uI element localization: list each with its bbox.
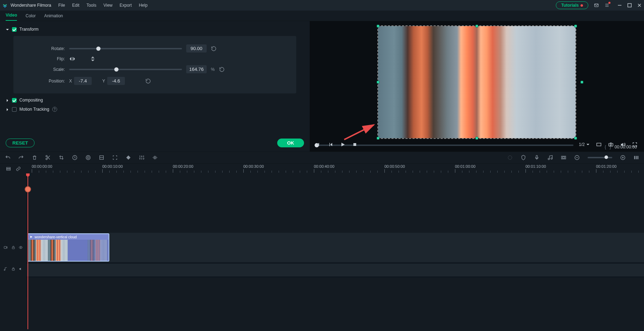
- settings-icon[interactable]: [139, 155, 145, 160]
- marker-dot-icon[interactable]: [25, 186, 31, 192]
- ratio-icon[interactable]: [561, 155, 566, 160]
- motion-tracking-label: Motion Tracking: [19, 107, 49, 112]
- zoom-slider[interactable]: [588, 157, 612, 158]
- menu-view[interactable]: View: [103, 3, 113, 8]
- ruler-time-label: 00:00:30:00: [243, 164, 264, 168]
- reset-rotate-icon[interactable]: [211, 46, 217, 51]
- motion-tracking-checkbox[interactable]: [12, 107, 17, 112]
- video-clip[interactable]: wondershare-vertical cloud: [28, 233, 109, 262]
- crop-icon[interactable]: [59, 155, 64, 160]
- split-icon[interactable]: [45, 155, 51, 160]
- zoom-fit-icon[interactable]: [633, 155, 639, 160]
- zoom-in-icon[interactable]: [620, 155, 626, 160]
- timeline-ruler[interactable]: 00:00:00:0000:00:10:0000:00:20:0000:00:3…: [27, 164, 644, 174]
- resize-handle-icon[interactable]: [574, 25, 577, 27]
- crop-zoom-icon[interactable]: [112, 155, 118, 160]
- resize-handle-icon[interactable]: [377, 25, 379, 27]
- reset-position-icon[interactable]: [145, 78, 151, 84]
- svg-rect-26: [4, 246, 6, 249]
- scale-value-input[interactable]: [186, 65, 207, 73]
- resize-handle-icon[interactable]: [377, 81, 379, 84]
- audio-mix-icon[interactable]: [152, 155, 158, 160]
- speed-icon[interactable]: [72, 155, 78, 160]
- svg-rect-1: [628, 4, 631, 7]
- svg-point-15: [548, 158, 549, 160]
- resize-handle-icon[interactable]: [475, 137, 478, 140]
- play-icon[interactable]: [340, 142, 346, 147]
- track-visible-icon[interactable]: [19, 245, 23, 250]
- preview-quality-dropdown[interactable]: 1/2: [579, 142, 590, 147]
- delete-icon[interactable]: [32, 155, 37, 160]
- minimize-icon[interactable]: [617, 3, 622, 8]
- snapshot-icon[interactable]: [608, 142, 614, 147]
- rotate-value-input[interactable]: [186, 44, 207, 53]
- reset-button[interactable]: RESET: [6, 139, 35, 147]
- menu-file[interactable]: File: [58, 3, 65, 8]
- compositing-section-header[interactable]: Compositing: [6, 96, 304, 105]
- pos-y-label: Y: [102, 79, 105, 84]
- music-icon[interactable]: [547, 155, 553, 160]
- preview-canvas[interactable]: [378, 26, 576, 138]
- compositing-checkbox[interactable]: [12, 98, 17, 103]
- menu-tools[interactable]: Tools: [86, 3, 96, 8]
- rotate-slider[interactable]: [69, 48, 182, 49]
- zoom-out-icon[interactable]: [574, 155, 580, 160]
- stop-icon[interactable]: [352, 142, 358, 147]
- fullscreen-icon[interactable]: [632, 142, 638, 147]
- resize-handle-icon[interactable]: [574, 137, 577, 140]
- tab-color[interactable]: Color: [25, 13, 36, 21]
- track-video-icon: [4, 245, 8, 250]
- svg-point-28: [20, 247, 22, 248]
- audio-icon[interactable]: [620, 142, 626, 147]
- tutorials-label: Tutorials: [561, 3, 579, 8]
- flip-vertical-icon[interactable]: [90, 56, 96, 62]
- svg-rect-24: [7, 167, 11, 169]
- list-icon[interactable]: [604, 3, 609, 8]
- resize-handle-icon[interactable]: [581, 81, 583, 84]
- green-screen-icon[interactable]: [99, 155, 104, 160]
- keyframe-icon[interactable]: [126, 155, 131, 160]
- playhead[interactable]: [28, 174, 28, 329]
- volume-icon[interactable]: [316, 142, 322, 147]
- transform-checkbox[interactable]: [12, 27, 17, 32]
- prev-frame-icon[interactable]: [328, 142, 334, 147]
- menu-export[interactable]: Export: [120, 3, 132, 8]
- menu-help[interactable]: Help: [139, 3, 148, 8]
- track-view-icon[interactable]: [6, 166, 11, 171]
- pos-x-label: X: [69, 79, 72, 84]
- menu-edit[interactable]: Edit: [72, 3, 80, 8]
- ok-button[interactable]: OK: [277, 139, 304, 147]
- pos-y-input[interactable]: [107, 77, 125, 85]
- transform-section-header[interactable]: Transform: [6, 25, 304, 34]
- track-mute-icon[interactable]: [19, 267, 23, 271]
- track-lock-icon[interactable]: [11, 245, 16, 250]
- color-icon[interactable]: [85, 155, 91, 160]
- link-icon[interactable]: [16, 166, 21, 171]
- video-track[interactable]: wondershare-vertical cloud: [27, 233, 644, 262]
- reset-scale-icon[interactable]: [219, 67, 225, 72]
- motion-tracking-section-header[interactable]: Motion Tracking ?: [6, 105, 304, 114]
- clip-name: wondershare-vertical cloud: [35, 235, 77, 239]
- close-icon[interactable]: [637, 3, 642, 8]
- maximize-icon[interactable]: [627, 3, 632, 8]
- ruler-time-label: 00:01:20:00: [596, 164, 616, 168]
- undo-icon[interactable]: [5, 155, 11, 160]
- aspect-icon[interactable]: [596, 142, 602, 147]
- redo-icon[interactable]: [18, 155, 24, 160]
- tutorials-button[interactable]: Tutorials: [556, 1, 588, 9]
- tab-video[interactable]: Video: [6, 13, 17, 21]
- render-icon[interactable]: [507, 155, 513, 160]
- track-lock-icon[interactable]: [11, 267, 16, 271]
- mail-icon[interactable]: [594, 3, 599, 8]
- pos-x-input[interactable]: [74, 77, 92, 85]
- resize-handle-icon[interactable]: [475, 25, 478, 27]
- scale-slider[interactable]: [69, 69, 182, 70]
- marker-icon[interactable]: [521, 155, 526, 160]
- flip-horizontal-icon[interactable]: [69, 56, 75, 62]
- audio-track[interactable]: [27, 264, 644, 276]
- svg-point-10: [86, 155, 90, 160]
- help-icon[interactable]: ?: [52, 107, 57, 112]
- resize-handle-icon[interactable]: [377, 137, 379, 140]
- record-icon[interactable]: [534, 155, 540, 160]
- tab-animation[interactable]: Animation: [44, 13, 63, 21]
